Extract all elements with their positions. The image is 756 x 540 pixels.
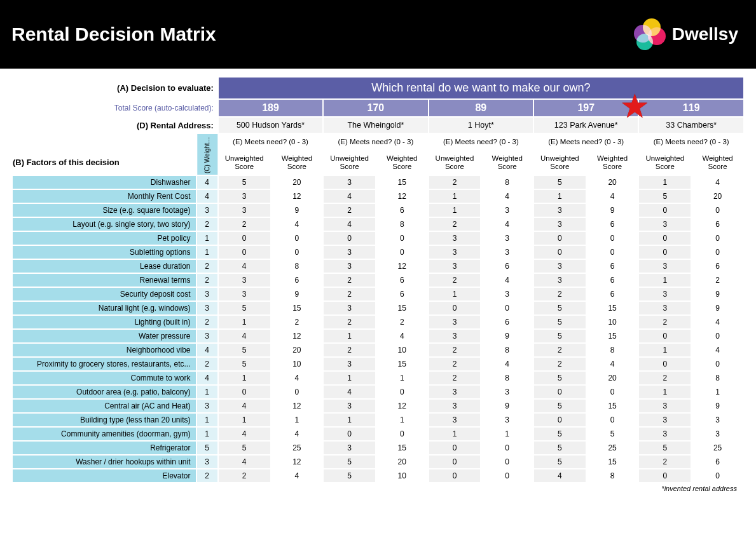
weighted-score: 3 bbox=[481, 246, 533, 259]
unweighted-score: 5 bbox=[324, 469, 375, 482]
weighted-score: 0 bbox=[376, 232, 428, 245]
factor-name: Natural light (e.g. windows) bbox=[13, 302, 196, 314]
weighted-score: 15 bbox=[271, 302, 323, 314]
total-score: 119 bbox=[639, 100, 743, 116]
unweighted-score: 2 bbox=[429, 344, 481, 356]
unweighted-score: 3 bbox=[324, 358, 375, 370]
table-row: Renewal terms23626243612 bbox=[13, 274, 743, 287]
weighted-score: 4 bbox=[271, 469, 323, 482]
weighted-score: 9 bbox=[587, 204, 638, 217]
unweighted-score: 0 bbox=[534, 386, 586, 398]
decision-question: Which rental do we want to make our own? bbox=[219, 78, 743, 98]
weighted-score: 20 bbox=[271, 176, 323, 189]
unweighted-score: 2 bbox=[219, 469, 270, 482]
weighted-score: 0 bbox=[692, 469, 743, 482]
factor-weight: 2 bbox=[197, 274, 217, 287]
total-score: 170 bbox=[324, 100, 427, 116]
score-type-row: (B) Factors of this decision Unweighted … bbox=[13, 151, 743, 175]
weighted-score: 6 bbox=[481, 260, 533, 273]
weighted-score: 0 bbox=[376, 246, 428, 259]
weighted-score: 15 bbox=[587, 400, 638, 412]
unweighted-score: 0 bbox=[639, 204, 691, 217]
table-row: Natural light (e.g. windows)351531500515… bbox=[13, 302, 743, 314]
unweighted-score: 2 bbox=[324, 204, 375, 217]
unweighted-score: 3 bbox=[324, 400, 375, 412]
unweighted-score: 3 bbox=[429, 400, 481, 412]
weighted-score: 3 bbox=[481, 414, 533, 426]
rental-address: 500 Hudson Yards* bbox=[219, 118, 322, 133]
unweighted-score: 3 bbox=[639, 260, 691, 273]
factor-name: Elevator bbox=[13, 469, 196, 482]
factor-weight: 1 bbox=[197, 386, 217, 398]
factor-weight: 1 bbox=[197, 428, 217, 440]
unweighted-header: Unweighted Score bbox=[429, 151, 481, 175]
weighted-score: 6 bbox=[481, 316, 533, 328]
unweighted-score: 2 bbox=[429, 372, 481, 384]
weighted-score: 15 bbox=[376, 302, 428, 314]
weighted-score: 0 bbox=[271, 232, 323, 245]
address-label: (D) Rental Address: bbox=[13, 118, 217, 133]
factor-name: Subletting options bbox=[13, 246, 196, 259]
weighted-score: 2 bbox=[376, 316, 428, 328]
factor-weight: 3 bbox=[197, 456, 217, 468]
weighted-score: 3 bbox=[692, 428, 743, 440]
factor-weight: 4 bbox=[197, 372, 217, 384]
unweighted-score: 3 bbox=[429, 330, 481, 342]
unweighted-score: 5 bbox=[219, 176, 270, 189]
unweighted-score: 0 bbox=[429, 442, 481, 454]
weighted-score: 0 bbox=[271, 386, 323, 398]
weighted-score: 9 bbox=[271, 204, 323, 217]
total-score-row: Total Score (auto-calculated): 189 170 8… bbox=[13, 100, 743, 116]
weighted-score: 4 bbox=[587, 358, 638, 370]
unweighted-header: Unweighted Score bbox=[219, 151, 270, 175]
unweighted-score: 3 bbox=[429, 260, 481, 273]
weighted-score: 9 bbox=[481, 400, 533, 412]
weighted-score: 8 bbox=[587, 469, 638, 482]
brand-logo-icon bbox=[634, 18, 666, 50]
unweighted-score: 0 bbox=[219, 386, 270, 398]
decision-row: (A) Decision to evaluate: Which rental d… bbox=[13, 78, 743, 98]
brand-name: Dwellsy bbox=[672, 24, 738, 44]
unweighted-score: 0 bbox=[324, 428, 375, 440]
factor-name: Outdoor area (e.g. patio, balcony) bbox=[13, 386, 196, 398]
unweighted-score: 5 bbox=[639, 442, 691, 454]
unweighted-header: Unweighted Score bbox=[324, 151, 375, 175]
rental-address: 123 Park Avenue* bbox=[534, 118, 638, 133]
unweighted-score: 2 bbox=[534, 344, 586, 356]
weighted-score: 5 bbox=[587, 428, 638, 440]
factor-weight: 3 bbox=[197, 400, 217, 412]
unweighted-score: 0 bbox=[534, 246, 586, 259]
weighted-score: 20 bbox=[587, 176, 638, 189]
factor-name: Neighborhood vibe bbox=[13, 344, 196, 356]
unweighted-score: 1 bbox=[429, 428, 481, 440]
weighted-header: Weighted Score bbox=[376, 151, 428, 175]
factor-name: Pet policy bbox=[13, 232, 196, 245]
weighted-score: 20 bbox=[271, 344, 323, 356]
weighted-score: 6 bbox=[376, 274, 428, 287]
table-row: Monthly Rent Cost43124121414520 bbox=[13, 190, 743, 203]
unweighted-score: 2 bbox=[324, 274, 375, 287]
unweighted-score: 0 bbox=[639, 358, 691, 370]
factor-name: Lease duration bbox=[13, 260, 196, 273]
weighted-score: 0 bbox=[692, 330, 743, 342]
unweighted-score: 1 bbox=[639, 176, 691, 189]
table-row: Size (e.g. square footage)33926133900 bbox=[13, 204, 743, 217]
table-row: Central air (AC and Heat)34123123951539 bbox=[13, 400, 743, 412]
weighted-score: 0 bbox=[271, 246, 323, 259]
unweighted-score: 3 bbox=[639, 428, 691, 440]
unweighted-score: 2 bbox=[429, 358, 481, 370]
meets-need-header: (E) Meets need? (0 - 3) bbox=[324, 134, 427, 149]
unweighted-score: 3 bbox=[219, 190, 270, 203]
factor-weight: 2 bbox=[197, 469, 217, 482]
unweighted-score: 3 bbox=[639, 400, 691, 412]
weighted-score: 12 bbox=[271, 330, 323, 342]
factor-name: Building type (less than 20 units) bbox=[13, 414, 196, 426]
unweighted-score: 2 bbox=[534, 358, 586, 370]
unweighted-score: 0 bbox=[219, 232, 270, 245]
unweighted-score: 5 bbox=[534, 302, 586, 314]
weighted-score: 3 bbox=[481, 204, 533, 217]
weighted-score: 6 bbox=[692, 218, 743, 231]
factor-name: Central air (AC and Heat) bbox=[13, 400, 196, 412]
unweighted-score: 3 bbox=[324, 260, 375, 273]
factor-name: Community amenities (doorman, gym) bbox=[13, 428, 196, 440]
